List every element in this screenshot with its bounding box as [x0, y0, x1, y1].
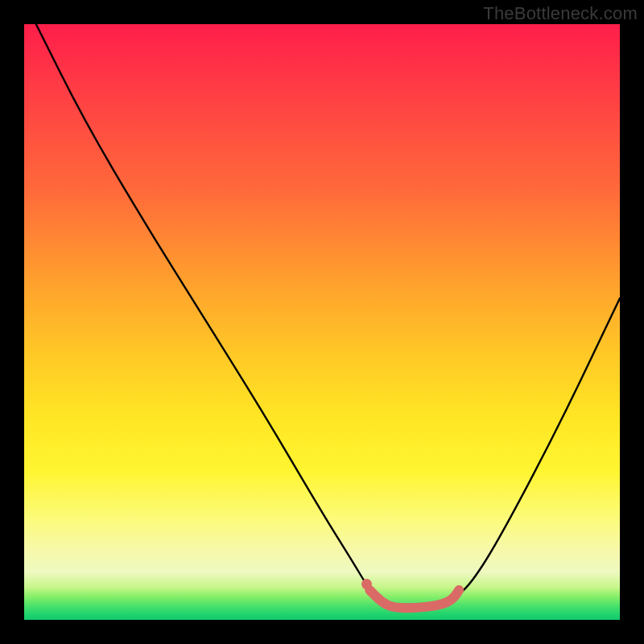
plot-gradient-area	[24, 24, 620, 620]
optimal-start-dot	[361, 579, 372, 589]
chart-svg	[24, 24, 620, 620]
bottleneck-curve	[36, 24, 620, 608]
watermark-text: TheBottleneck.com	[483, 3, 638, 24]
chart-frame: TheBottleneck.com	[0, 0, 644, 644]
optimal-segment	[369, 590, 459, 608]
